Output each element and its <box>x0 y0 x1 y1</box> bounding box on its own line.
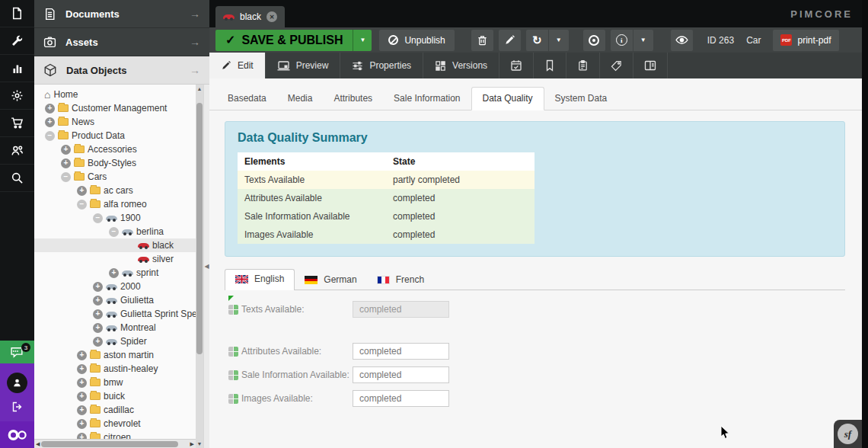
tab-preview[interactable]: Preview <box>266 53 341 78</box>
expand-icon[interactable]: + <box>93 296 103 306</box>
tree-item[interactable]: +austin-healey <box>34 362 196 376</box>
tree-item[interactable]: +bmw <box>34 376 196 389</box>
tree-item[interactable]: +Spider <box>34 334 196 348</box>
expand-icon[interactable]: + <box>93 282 103 292</box>
accordion-documents[interactable]: Documents → <box>34 0 209 28</box>
tree-item-selected[interactable]: black <box>34 238 196 252</box>
reload-options-caret[interactable]: ▼ <box>549 30 569 51</box>
expand-icon[interactable]: + <box>77 433 87 440</box>
tree-item[interactable]: +cadillac <box>34 403 196 417</box>
users-rail-button[interactable] <box>0 137 34 165</box>
delete-button[interactable] <box>471 30 493 51</box>
expand-icon[interactable]: + <box>77 405 87 415</box>
scrollbar-thumb[interactable] <box>41 441 177 447</box>
tab-media[interactable]: Media <box>277 88 324 110</box>
sale-information-available-input[interactable] <box>353 366 449 383</box>
vertical-scrollbar[interactable]: ▲ ▼ <box>196 85 203 448</box>
expand-icon[interactable]: + <box>93 309 103 319</box>
tree-item[interactable]: silver <box>34 252 196 266</box>
print-pdf-button[interactable]: PDF print-pdf <box>773 30 838 51</box>
tab-properties[interactable]: Properties <box>340 53 423 78</box>
tree-item[interactable]: −berlina <box>34 225 196 238</box>
symfony-profiler-toggle[interactable]: sf <box>834 420 862 448</box>
notifications-button[interactable]: 3 <box>0 341 34 363</box>
info-button[interactable]: i <box>611 30 633 51</box>
documents-rail-button[interactable] <box>0 0 34 27</box>
avatar[interactable] <box>7 373 27 393</box>
locate-in-tree-button[interactable] <box>583 30 605 51</box>
tab-reports[interactable] <box>566 53 600 78</box>
tab-language-german[interactable]: German <box>295 270 366 290</box>
tree-item[interactable]: −1900 <box>34 211 196 225</box>
expand-icon[interactable]: + <box>45 117 55 127</box>
rename-button[interactable] <box>499 30 521 51</box>
tree-item[interactable]: +aston martin <box>34 348 196 362</box>
tab-sale-information[interactable]: Sale Information <box>383 88 471 110</box>
save-publish-button[interactable]: ✓SAVE & PUBLISH ▼ <box>215 30 372 51</box>
expand-icon[interactable]: + <box>77 419 87 429</box>
texts-available-input[interactable] <box>353 301 449 318</box>
tab-notes[interactable] <box>534 53 566 78</box>
tab-basedata[interactable]: Basedata <box>217 88 277 110</box>
settings-rail-button[interactable] <box>0 82 34 110</box>
collapse-icon[interactable]: − <box>61 172 71 182</box>
expand-icon[interactable]: + <box>61 145 71 155</box>
tree-item[interactable]: +ac cars <box>34 184 196 197</box>
tree-item[interactable]: +Body-Styles <box>34 156 196 170</box>
reports-rail-button[interactable] <box>0 55 34 82</box>
tab-workflow[interactable] <box>633 53 668 78</box>
expand-icon[interactable]: + <box>77 350 87 360</box>
close-icon[interactable]: ✕ <box>266 11 277 22</box>
expand-icon[interactable]: + <box>45 104 55 114</box>
pimcore-infinity-logo[interactable] <box>0 421 34 448</box>
tab-schedule[interactable] <box>499 53 534 78</box>
tools-rail-button[interactable] <box>0 27 34 55</box>
ecommerce-rail-button[interactable] <box>0 110 34 137</box>
tab-system-data[interactable]: System Data <box>544 88 618 110</box>
tree-item[interactable]: −alfa romeo <box>34 197 196 211</box>
tab-attributes[interactable]: Attributes <box>323 88 383 110</box>
images-available-input[interactable] <box>353 390 449 407</box>
expand-icon[interactable]: + <box>93 337 103 347</box>
expand-icon[interactable]: + <box>93 323 103 333</box>
expand-icon[interactable]: + <box>77 392 87 402</box>
expand-icon[interactable]: + <box>109 268 119 278</box>
reload-button[interactable]: ↻ <box>526 30 549 51</box>
tree-item[interactable]: +News <box>34 115 196 129</box>
scroll-right-icon[interactable]: ▶ <box>190 441 194 447</box>
horizontal-scrollbar[interactable]: ◀ ▶ <box>34 439 196 448</box>
collapse-icon[interactable]: − <box>93 213 103 223</box>
logout-icon[interactable] <box>11 401 24 413</box>
tree-item[interactable]: +2000 <box>34 280 196 293</box>
expand-icon[interactable]: + <box>77 378 87 388</box>
tree-item[interactable]: +Accessories <box>34 142 196 156</box>
tree-item[interactable]: −Product Data <box>34 129 196 142</box>
scrollbar-thumb[interactable] <box>196 103 203 354</box>
tree-item[interactable]: +chevrolet <box>34 417 196 430</box>
tree-item[interactable]: +Gulietta Sprint Specia <box>34 307 196 321</box>
collapse-icon[interactable]: − <box>109 227 119 237</box>
expand-icon[interactable]: + <box>77 186 87 196</box>
tree-item[interactable]: +sprint <box>34 266 196 280</box>
tab-language-french[interactable]: French <box>367 270 434 290</box>
save-options-caret[interactable]: ▼ <box>353 30 372 51</box>
tab-data-quality[interactable]: Data Quality <box>471 87 544 110</box>
unpublish-button[interactable]: Unpublish <box>379 30 454 51</box>
tree-item[interactable]: −Cars <box>34 170 196 184</box>
search-rail-button[interactable] <box>0 165 34 192</box>
tree-item[interactable]: +citroen <box>34 430 196 439</box>
tree-item[interactable]: +buick <box>34 389 196 403</box>
info-options-caret[interactable]: ▼ <box>633 30 653 51</box>
tab-edit[interactable]: Edit <box>209 53 266 78</box>
open-object-tab[interactable]: black ✕ <box>215 6 285 27</box>
tab-versions[interactable]: Versions <box>423 53 499 78</box>
open-preview-button[interactable] <box>671 30 693 51</box>
attributes-available-input[interactable] <box>353 343 449 360</box>
collapse-icon[interactable]: − <box>45 131 55 141</box>
tab-language-english[interactable]: English <box>225 269 295 290</box>
accordion-assets[interactable]: Assets → <box>34 28 209 56</box>
panel-collapse-handle[interactable]: ◀ <box>203 85 209 448</box>
tree-item[interactable]: +Montreal <box>34 321 196 334</box>
collapse-icon[interactable]: − <box>77 200 87 210</box>
tree-item-home[interactable]: ⌂Home <box>34 88 196 101</box>
